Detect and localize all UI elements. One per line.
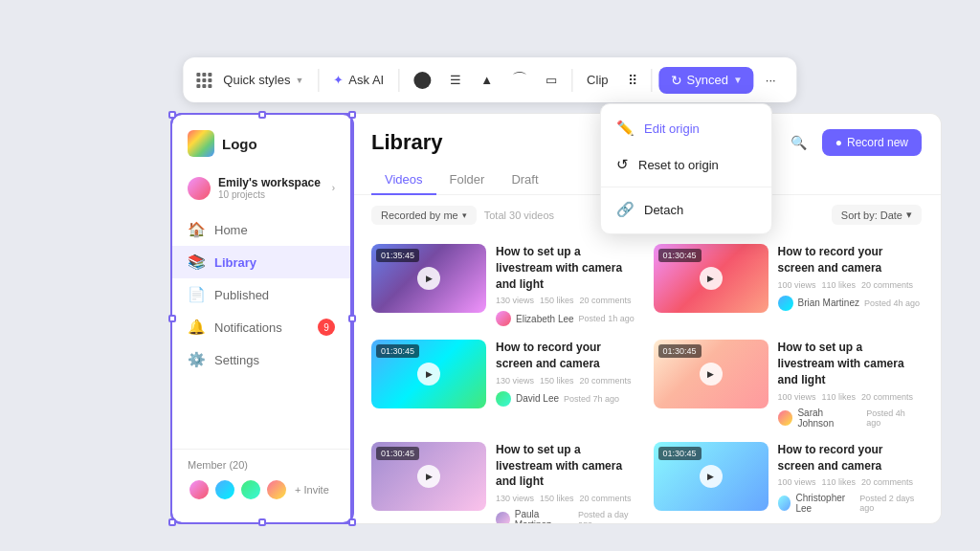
member-avatar-4 [265, 478, 288, 501]
corner-tool[interactable]: ⌒ [504, 65, 534, 95]
sidebar-item-library[interactable]: 📚 Library [172, 246, 350, 278]
post-time-1: Posted 1h ago [579, 314, 635, 323]
main-wrapper: Logo Emily's workspace 10 projects › 🏠 H… [170, 113, 942, 524]
video-thumb-4[interactable]: 01:30:45 ▶ [654, 340, 768, 408]
post-time-3: Posted 7h ago [564, 394, 619, 404]
views-5: 130 views [496, 494, 534, 503]
quick-styles-button[interactable]: Quick styles ▼ [215, 68, 311, 92]
video-title-1: How to set up a livestream with camera a… [496, 244, 640, 292]
tab-videos[interactable]: Videos [371, 165, 436, 195]
play-button-6[interactable]: ▶ [700, 465, 723, 488]
grid-icon [196, 73, 212, 88]
video-stats-1: 130 views 150 likes 20 comments [496, 296, 640, 305]
rect-tool[interactable]: ▭ [538, 68, 565, 92]
sync-icon: ↻ [671, 73, 682, 88]
play-button-1[interactable]: ▶ [417, 267, 440, 290]
home-icon: 🏠 [188, 221, 205, 238]
video-thumb-3[interactable]: 01:30:45 ▶ [371, 340, 486, 408]
sidebar-item-settings-label: Settings [214, 353, 259, 367]
views-1: 130 views [496, 296, 534, 305]
filter-left: Recorded by me ▾ Total 30 videos [371, 206, 554, 225]
likes-4: 110 likes [822, 392, 857, 402]
video-info-6: How to record your screen and camera 100… [778, 442, 923, 515]
rect-icon: ▭ [546, 73, 557, 87]
sidebar-item-published-label: Published [214, 288, 269, 302]
sidebar-item-home[interactable]: 🏠 Home [172, 213, 350, 246]
ask-ai-button[interactable]: ✦ Ask AI [325, 68, 391, 92]
synced-button[interactable]: ↻ Synced ▼ [659, 67, 754, 94]
total-count: Total 30 videos [484, 209, 554, 221]
library-icon: 📚 [188, 253, 205, 271]
tab-folder[interactable]: Folder [436, 165, 499, 195]
play-button-2[interactable]: ▶ [700, 267, 723, 290]
chevron-down-icon: ▼ [295, 76, 303, 85]
detach-label: Detach [644, 203, 683, 217]
member-section: Member (20) + Invite [172, 449, 350, 511]
author-avatar-3 [496, 391, 511, 407]
video-stats-3: 130 views 150 likes 20 comments [496, 376, 640, 386]
pattern-icon: ⠿ [628, 73, 637, 88]
sidebar-item-notifications[interactable]: 🔔 Notifications 9 [172, 311, 350, 343]
video-title-4: How to set up a livestream with camera a… [778, 340, 923, 387]
author-avatar-5 [496, 512, 510, 523]
dropdown-detach[interactable]: 🔗 Detach [601, 191, 771, 228]
tab-draft[interactable]: Draft [498, 165, 551, 195]
likes-2: 110 likes [822, 280, 857, 290]
color-tool[interactable] [406, 67, 438, 94]
edit-icon: ✏️ [616, 120, 635, 137]
record-new-button[interactable]: ● Record new [822, 129, 922, 156]
video-thumb-5[interactable]: 01:30:45 ▶ [371, 442, 486, 511]
logo-icon [188, 130, 214, 157]
play-button-4[interactable]: ▶ [700, 363, 723, 386]
author-name-6: Christopher Lee [795, 493, 855, 514]
workspace-info: Emily's workspace 10 projects [218, 176, 324, 200]
duration-badge-6: 01:30:45 [658, 447, 702, 460]
video-thumb-6[interactable]: 01:30:45 ▶ [654, 442, 768, 511]
post-time-4: Posted 4h ago [866, 408, 922, 428]
member-avatar-3 [239, 478, 262, 501]
record-icon: ● [835, 136, 842, 149]
filter-chevron: ▾ [462, 210, 467, 220]
video-thumb-1[interactable]: 01:35:45 ▶ [371, 244, 486, 313]
workspace-row[interactable]: Emily's workspace 10 projects › [172, 170, 350, 206]
more-icon: ··· [766, 73, 776, 87]
video-info-4: How to set up a livestream with camera a… [778, 340, 923, 428]
post-time-5: Posted a day ago [578, 510, 639, 523]
recorded-by-filter[interactable]: Recorded by me ▾ [371, 206, 477, 225]
play-button-5[interactable]: ▶ [417, 465, 440, 488]
video-author-2: Brian Martinez Posted 4h ago [778, 296, 923, 311]
sidebar-item-home-label: Home [214, 223, 248, 237]
sidebar-item-published[interactable]: 📄 Published [172, 278, 350, 311]
video-card-5: 01:30:45 ▶ How to set up a livestream wi… [371, 442, 640, 523]
sidebar-item-notifications-label: Notifications [214, 320, 282, 335]
dropdown-edit-origin[interactable]: ✏️ Edit origin [601, 110, 771, 146]
search-button[interactable]: 🔍 [786, 129, 813, 156]
video-stats-4: 100 views 110 likes 20 comments [778, 392, 923, 402]
sort-button[interactable]: Sort by: Date ▾ [832, 205, 922, 225]
video-author-5: Paula Martinez Posted a day ago [496, 509, 640, 523]
clip-button[interactable]: Clip [579, 68, 615, 92]
views-3: 130 views [496, 376, 534, 386]
triangle-tool[interactable]: ▲ [473, 68, 501, 92]
more-button[interactable]: ··· [758, 68, 784, 92]
member-avatar-2 [213, 478, 236, 501]
sidebar-item-settings[interactable]: ⚙️ Settings [172, 343, 350, 376]
sidebar-logo: Logo [172, 130, 350, 170]
published-icon: 📄 [188, 286, 205, 303]
video-thumb-2[interactable]: 01:30:45 ▶ [654, 244, 768, 313]
reset-origin-label: Reset to origin [638, 158, 719, 172]
sidebar-item-library-label: Library [214, 255, 256, 270]
likes-6: 110 likes [822, 477, 857, 487]
member-avatars: + Invite [188, 478, 335, 501]
video-stats-2: 100 views 110 likes 20 comments [778, 280, 923, 290]
divider-2 [398, 69, 399, 92]
views-4: 100 views [778, 392, 816, 402]
pattern-tool[interactable]: ⠿ [620, 68, 645, 93]
play-button-3[interactable]: ▶ [417, 363, 440, 386]
invite-button[interactable]: + Invite [295, 484, 329, 496]
dropdown-reset-origin[interactable]: ↺ Reset to origin [601, 146, 771, 183]
video-stats-5: 130 views 150 likes 20 comments [496, 494, 640, 503]
divider-4 [652, 69, 653, 92]
list-tool[interactable]: ☰ [442, 68, 469, 92]
comments-4: 20 comments [861, 392, 913, 402]
